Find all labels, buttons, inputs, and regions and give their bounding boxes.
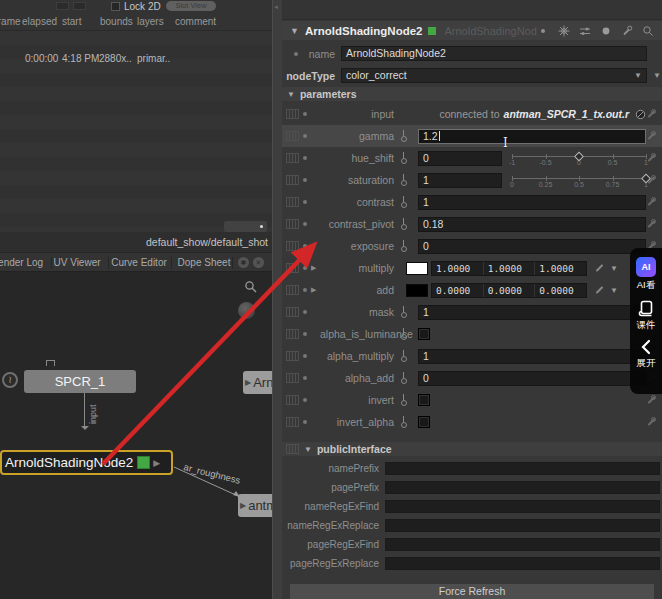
alpha_is_luminance-checkbox[interactable]: [418, 328, 430, 340]
add-value-2[interactable]: 0.0000: [535, 284, 586, 297]
section-caret-icon[interactable]: ▼: [304, 445, 312, 454]
value-nub-icon[interactable]: [400, 416, 407, 429]
tab-close-icon[interactable]: ✕: [253, 257, 264, 268]
catalog-entry-row[interactable]: 0:00:004:18 PM2880x..primar..: [0, 53, 272, 66]
tab-dope-sheet[interactable]: Dope Sheet: [178, 257, 231, 268]
catalog-column-layers[interactable]: layers: [137, 16, 164, 27]
invert_alpha-checkbox[interactable]: [418, 416, 430, 428]
state-columns-icon[interactable]: [286, 329, 299, 339]
add-value-1[interactable]: 0.0000: [484, 284, 536, 297]
horizontal-scrollbar[interactable]: [224, 221, 267, 232]
state-columns-icon[interactable]: [286, 417, 299, 427]
state-dot-icon[interactable]: [303, 134, 307, 138]
toolbar-button[interactable]: [56, 2, 69, 10]
catalog-column-bounds[interactable]: bounds: [100, 16, 133, 27]
value-nub-icon[interactable]: [400, 174, 407, 187]
name-field[interactable]: ArnoldShadingNode2: [341, 46, 647, 61]
state-columns-icon[interactable]: [286, 175, 299, 185]
state-columns-icon[interactable]: [286, 219, 299, 229]
state-columns-icon[interactable]: [286, 351, 299, 361]
expander-icon[interactable]: ▶: [311, 264, 318, 272]
state-dot-icon[interactable]: [303, 178, 307, 182]
value-nub-icon[interactable]: [400, 240, 407, 253]
value-nub-icon[interactable]: [400, 394, 407, 407]
state-dot-icon[interactable]: [303, 310, 307, 314]
value-nub-icon[interactable]: [400, 130, 407, 143]
invert-checkbox[interactable]: [418, 394, 430, 406]
connection-target[interactable]: antman_SPCR_1_tx.out.r: [504, 108, 629, 120]
slider-handle[interactable]: [574, 152, 584, 162]
gamma-field[interactable]: 1.2: [418, 129, 646, 144]
value-nub-icon[interactable]: [400, 328, 407, 341]
pageRegExReplace-field[interactable]: [385, 557, 660, 570]
multiply-swatch[interactable]: [406, 262, 428, 275]
state-dot-icon[interactable]: [303, 156, 307, 160]
ai-icon[interactable]: AI: [636, 257, 656, 277]
contrast-field[interactable]: 1: [418, 195, 646, 210]
nodetype-dropdown[interactable]: color_correct ▼: [341, 68, 647, 83]
catalog-column-start[interactable]: start: [62, 16, 81, 27]
dropdown-caret-icon[interactable]: ▼: [610, 264, 618, 273]
state-columns-icon[interactable]: [286, 444, 299, 454]
state-dot-icon[interactable]: [303, 376, 307, 380]
wrench-icon[interactable]: [646, 131, 656, 141]
pencil-icon[interactable]: [596, 264, 604, 272]
wrench-icon[interactable]: [646, 417, 656, 427]
pencil-icon[interactable]: [596, 286, 604, 294]
state-columns-icon[interactable]: [286, 131, 299, 141]
node-spcr-1[interactable]: SPCR_1: [24, 370, 136, 393]
link-icon[interactable]: [635, 109, 646, 120]
wrench-icon[interactable]: [646, 197, 656, 207]
state-columns-icon[interactable]: [286, 153, 299, 163]
saturation-slider[interactable]: 00.250.50.751: [512, 170, 646, 190]
multiply-value-1[interactable]: 1.0000: [484, 262, 536, 275]
hue_shift-slider[interactable]: -1-0.500.51: [512, 148, 646, 168]
nameRegExFind-field[interactable]: [385, 500, 660, 513]
wrench-icon[interactable]: [621, 25, 633, 37]
node-header-bar[interactable]: ▼ ArnoldShadingNode2 ArnoldShadingNode: [282, 21, 662, 40]
wrench-icon[interactable]: [646, 395, 656, 405]
node-arnold-top[interactable]: ▶ Arno: [243, 371, 272, 394]
state-columns-icon[interactable]: [286, 395, 299, 405]
dropdown-caret-icon[interactable]: ▼: [610, 286, 618, 295]
parameters-section-header[interactable]: ▼ parameters: [282, 87, 662, 101]
wrench-icon[interactable]: [646, 175, 656, 185]
node-graph-canvas[interactable]: ≀ SPCR_1 input ArnoldShadingNode2 ▶ ar_r…: [0, 272, 272, 599]
hue_shift-field[interactable]: 0: [418, 151, 502, 166]
circle-icon[interactable]: [600, 25, 612, 37]
search-icon[interactable]: [642, 25, 654, 37]
sliders-icon[interactable]: [579, 25, 591, 37]
state-dot-icon[interactable]: [303, 354, 307, 358]
chevron-left-icon[interactable]: [640, 339, 652, 355]
panel-splitter[interactable]: [272, 0, 282, 599]
node-arnoldshadingnode2[interactable]: ArnoldShadingNode2 ▶: [0, 450, 173, 475]
state-columns-icon[interactable]: [286, 373, 299, 383]
gear-icon[interactable]: [558, 25, 570, 37]
tab-settings-icon[interactable]: ✱: [238, 257, 249, 268]
pin-icon[interactable]: [537, 25, 549, 37]
value-nub-icon[interactable]: [400, 152, 407, 165]
value-nub-icon[interactable]: [400, 218, 407, 231]
multiply-value-0[interactable]: 1.0000: [432, 262, 484, 275]
state-dot-icon[interactable]: [303, 112, 307, 116]
state-columns-icon[interactable]: [286, 109, 299, 119]
slot-view-button[interactable]: Slot View: [166, 1, 216, 11]
courseware-icon[interactable]: [637, 299, 655, 317]
mask-field[interactable]: 1: [418, 305, 646, 320]
state-columns-icon[interactable]: [286, 285, 299, 295]
nameRegExReplace-field[interactable]: [385, 519, 660, 532]
dock-item-book[interactable]: 课件: [637, 299, 656, 332]
value-nub-icon[interactable]: [400, 372, 407, 385]
catalog-column-comment[interactable]: comment: [175, 16, 216, 27]
state-dot-icon[interactable]: [303, 222, 307, 226]
state-columns-icon[interactable]: [286, 263, 299, 273]
namePrefix-field[interactable]: [385, 462, 660, 475]
catalog-column-elapsed[interactable]: elapsed: [22, 16, 57, 27]
alpha_add-field[interactable]: 0: [418, 371, 646, 386]
dock-item-ai[interactable]: AIAI看: [636, 257, 656, 292]
expander-icon[interactable]: ▶: [311, 286, 318, 294]
wrench-icon[interactable]: [646, 219, 656, 229]
contrast_pivot-field[interactable]: 0.18: [418, 217, 646, 232]
node-expand-icon[interactable]: ▶: [153, 458, 160, 468]
search-icon[interactable]: [244, 280, 258, 294]
